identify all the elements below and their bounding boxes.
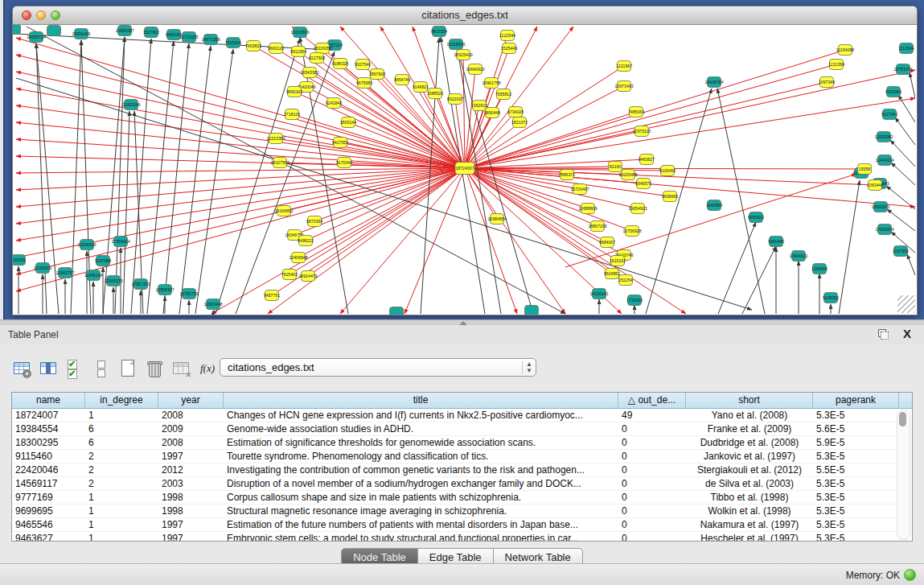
graph-node[interactable]: 10973493: [614, 81, 633, 92]
show-columns-icon[interactable]: [38, 358, 59, 379]
table-cell[interactable]: 9463627: [12, 532, 85, 542]
table-cell[interactable]: Stergiakouli et al. (2012): [686, 463, 813, 476]
graph-node[interactable]: 1615152: [610, 256, 626, 266]
table-cell[interactable]: Wolkin et al. (1998): [686, 505, 813, 517]
graph-node[interactable]: 1733426: [626, 295, 643, 306]
graph-node[interactable]: 9675685: [356, 78, 372, 89]
graph-node[interactable]: 1122544: [499, 31, 515, 41]
graph-node[interactable]: 1527602: [143, 27, 159, 38]
table-cell[interactable]: Embryonic stem cells: a model to study s…: [224, 532, 618, 542]
graph-node[interactable]: 1221399: [828, 60, 844, 70]
table-cell[interactable]: 6: [85, 422, 158, 435]
graph-node[interactable]: 9524851: [604, 269, 620, 279]
graph-node[interactable]: 24055724: [27, 32, 45, 43]
graph-node[interactable]: 1294505: [811, 264, 827, 274]
graph-node[interactable]: 1588520: [427, 89, 443, 99]
table-cell[interactable]: Corpus callosum shape and size in male p…: [224, 491, 618, 504]
graph-node[interactable]: 9457791: [264, 290, 280, 301]
table-row[interactable]: 1938455462009Genome-wide association stu…: [12, 422, 912, 436]
table-cell[interactable]: 1: [85, 409, 158, 422]
column-header-in_degree[interactable]: in_degree: [85, 393, 158, 408]
graph-node[interactable]: 8953923: [748, 212, 764, 223]
table-cell[interactable]: Estimation of significance thresholds fo…: [224, 436, 618, 449]
graph-node[interactable]: 9699695: [662, 192, 678, 202]
table-row[interactable]: 1456911722003Disruption of a novel membe…: [12, 477, 912, 491]
table-mode-icon[interactable]: [11, 358, 32, 379]
graph-node[interactable]: 10688809: [578, 204, 597, 214]
graph-node[interactable]: 18807299: [588, 221, 606, 232]
graph-node[interactable]: 12409948: [289, 253, 307, 263]
table-cell[interactable]: 0: [618, 463, 686, 476]
table-cell[interactable]: 22420046: [12, 463, 85, 476]
graph-node[interactable]: [13, 25, 21, 35]
table-cell[interactable]: 1997: [158, 518, 224, 531]
graph-node[interactable]: 9890448: [484, 108, 500, 118]
table-row[interactable]: 1830029562008Estimation of significance …: [12, 436, 912, 450]
graph-node[interactable]: 10756928: [622, 226, 641, 237]
graph-node[interactable]: 9297588: [95, 256, 111, 266]
graph-node[interactable]: 18325419: [454, 50, 472, 60]
column-header-pagerank[interactable]: pagerank: [813, 393, 899, 408]
table-cell[interactable]: 14569117: [12, 477, 85, 490]
graph-node[interactable]: 9498222: [298, 236, 314, 246]
graph-node[interactable]: 12942757: [55, 268, 74, 278]
table-cell[interactable]: 5.3E-5: [813, 450, 899, 463]
graph-node[interactable]: 16648784: [704, 77, 723, 88]
graph-node[interactable]: 1640954: [706, 200, 722, 211]
table-cell[interactable]: 5.5E-5: [813, 463, 899, 476]
table-cell[interactable]: de Silva et al. (2003): [686, 477, 813, 490]
graph-node[interactable]: 9227343: [881, 109, 897, 120]
graph-node[interactable]: 19384554: [487, 214, 506, 225]
table-cell[interactable]: 5.6E-5: [813, 422, 899, 435]
table-cell[interactable]: 0: [618, 477, 686, 490]
delete-column-icon-disabled[interactable]: ✕: [170, 358, 191, 379]
graph-node[interactable]: 17359924: [111, 237, 129, 247]
float-panel-icon[interactable]: [878, 329, 889, 340]
graph-node[interactable]: 10719155: [179, 32, 198, 43]
table-cell[interactable]: 2003: [158, 477, 224, 490]
graph-node[interactable]: 9660128: [268, 43, 284, 54]
column-header-out_de[interactable]: △ out_de...: [618, 393, 686, 408]
table-scrollbar[interactable]: [897, 410, 910, 540]
table-cell[interactable]: 1: [85, 518, 158, 531]
graph-node[interactable]: 16543382: [300, 68, 318, 78]
graph-node[interactable]: 8454749: [394, 75, 410, 85]
graph-node[interactable]: 12213383: [266, 134, 285, 144]
table-cell[interactable]: 18300295: [12, 436, 85, 449]
graph-node[interactable]: 11156829: [34, 263, 51, 274]
table-cell[interactable]: 9699695: [12, 505, 85, 517]
table-cell[interactable]: 1998: [158, 505, 224, 517]
table-cell[interactable]: 0: [618, 422, 686, 435]
delete-table-icon[interactable]: [144, 358, 165, 379]
graph-node[interactable]: 9427552: [332, 138, 348, 148]
table-scrollbar-thumb[interactable]: [899, 412, 906, 426]
graph-node[interactable]: 16033809: [290, 27, 309, 38]
graph-node[interactable]: 9115460: [659, 166, 676, 176]
table-cell[interactable]: 0: [618, 450, 686, 463]
table-cell[interactable]: 5.3E-5: [813, 532, 899, 542]
graph-node[interactable]: 9890162: [286, 87, 302, 97]
graph-node[interactable]: 10655287: [115, 26, 133, 36]
graph-node[interactable]: [525, 306, 539, 315]
graph-node[interactable]: 2718126: [284, 109, 300, 120]
graph-node[interactable]: 12093582: [874, 132, 893, 142]
table-row[interactable]: 911546021997Tourette syndrome. Phenomeno…: [12, 450, 912, 463]
graph-node[interactable]: 15720407: [570, 184, 589, 195]
graph-node[interactable]: 12444134: [875, 155, 893, 166]
table-row[interactable]: 2242004622012Investigating the contribut…: [12, 463, 912, 477]
new-table-icon[interactable]: [117, 358, 138, 379]
graph-node[interactable]: 9245052: [823, 293, 839, 303]
graph-node[interactable]: 15751074: [893, 64, 912, 75]
graph-node[interactable]: 7955812: [495, 89, 511, 100]
graph-node[interactable]: 82160: [609, 162, 622, 172]
graph-node[interactable]: 1063446: [867, 180, 883, 191]
table-cell[interactable]: Disruption of a novel member of a sodium…: [224, 477, 618, 490]
table-row[interactable]: 946362711997Embryonic stem cells: a mode…: [12, 532, 912, 542]
graph-node[interactable]: 1821072: [511, 117, 528, 128]
graph-node[interactable]: 8186328: [332, 59, 348, 69]
table-cell[interactable]: 5.3E-5: [813, 409, 899, 422]
graph-node[interactable]: 7515526: [225, 38, 241, 48]
graph-node[interactable]: 9361445: [768, 237, 784, 247]
graph-node[interactable]: 1097349: [819, 77, 835, 88]
graph-node[interactable]: 12975115: [633, 126, 651, 137]
